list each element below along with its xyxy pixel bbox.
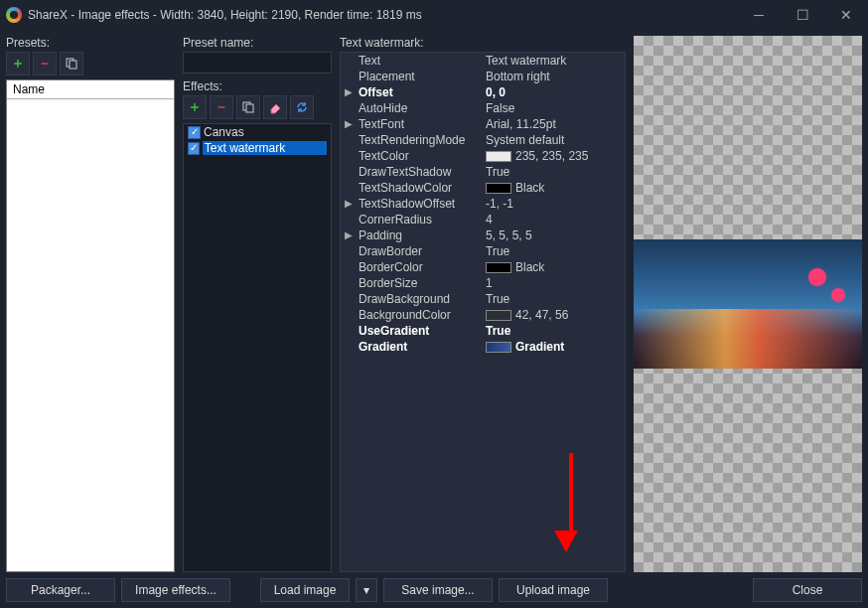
effects-toolbar: ＋ － <box>183 95 332 119</box>
property-row[interactable]: TextText watermark <box>341 53 625 69</box>
expand-icon[interactable]: ▶ <box>341 196 357 212</box>
save-image-button[interactable]: Save image... <box>383 578 493 602</box>
minimize-button[interactable]: ─ <box>737 0 781 30</box>
preview-area <box>634 36 862 572</box>
refresh-effects-button[interactable] <box>290 95 314 119</box>
effect-item[interactable]: ✓Text watermark <box>184 140 331 156</box>
add-effect-button[interactable]: ＋ <box>183 95 207 119</box>
preset-name-input[interactable] <box>183 52 332 74</box>
property-row[interactable]: ▶TextFontArial, 11.25pt <box>341 116 625 132</box>
property-value[interactable]: -1, -1 <box>486 196 625 212</box>
property-row[interactable]: ▶Offset0, 0 <box>341 84 625 100</box>
presets-label: Presets: <box>6 36 175 50</box>
load-image-dropdown[interactable]: ▾ <box>356 578 377 602</box>
presets-list[interactable]: Name <box>6 79 175 572</box>
remove-preset-button[interactable]: － <box>33 52 57 76</box>
property-row[interactable]: DrawBorderTrue <box>341 243 625 259</box>
maximize-button[interactable]: ☐ <box>781 0 824 30</box>
property-name: Gradient <box>357 339 486 355</box>
property-value[interactable]: Black <box>486 180 625 196</box>
property-value[interactable]: False <box>486 100 625 116</box>
content-area: Presets: ＋ － Name Preset name: Effects: … <box>0 30 868 572</box>
effect-label: Text watermark <box>203 141 327 155</box>
expand-icon[interactable]: ▶ <box>341 84 357 100</box>
effects-panel: Preset name: Effects: ＋ － ✓Canvas✓Text w… <box>183 36 332 572</box>
property-value[interactable]: System default <box>486 132 625 148</box>
property-value[interactable]: True <box>486 243 625 259</box>
property-name: BackgroundColor <box>357 307 486 323</box>
property-row[interactable]: TextRenderingModeSystem default <box>341 132 625 148</box>
duplicate-preset-button[interactable] <box>60 52 83 76</box>
property-row[interactable]: ▶Padding5, 5, 5, 5 <box>341 228 625 243</box>
preview-image <box>634 239 862 369</box>
app-logo-icon <box>6 7 22 23</box>
eraser-icon <box>268 100 282 114</box>
property-value[interactable]: Bottom right <box>486 69 625 84</box>
add-preset-button[interactable]: ＋ <box>6 52 30 76</box>
property-value[interactable]: Arial, 11.25pt <box>486 116 625 132</box>
property-name: TextFont <box>357 116 486 132</box>
remove-effect-button[interactable]: － <box>210 95 233 119</box>
property-row[interactable]: TextShadowColorBlack <box>341 180 625 196</box>
image-effects-button[interactable]: Image effects... <box>121 578 230 602</box>
copy-icon <box>241 100 255 114</box>
property-row[interactable]: TextColor235, 235, 235 <box>341 148 625 164</box>
property-grid[interactable]: TextText watermarkPlacementBottom right▶… <box>340 52 626 572</box>
property-value[interactable]: 5, 5, 5, 5 <box>486 228 625 243</box>
duplicate-effect-button[interactable] <box>236 95 260 119</box>
svg-rect-3 <box>246 104 253 112</box>
property-name: Text <box>357 53 486 69</box>
preview-panel <box>634 36 862 572</box>
load-image-button[interactable]: Load image <box>260 578 350 602</box>
property-row[interactable]: PlacementBottom right <box>341 69 625 84</box>
color-swatch-icon <box>486 342 511 353</box>
effect-item[interactable]: ✓Canvas <box>184 124 331 140</box>
property-value[interactable]: True <box>486 164 625 180</box>
property-value[interactable]: 1 <box>486 275 625 291</box>
svg-marker-4 <box>271 104 280 113</box>
property-row[interactable]: UseGradientTrue <box>341 323 625 339</box>
property-row[interactable]: DrawTextShadowTrue <box>341 164 625 180</box>
property-row[interactable]: CornerRadius4 <box>341 212 625 228</box>
expand-icon[interactable]: ▶ <box>341 228 357 243</box>
property-name: TextShadowOffset <box>357 196 486 212</box>
property-name: CornerRadius <box>357 212 486 228</box>
close-window-button[interactable]: ✕ <box>824 0 868 30</box>
property-value[interactable]: True <box>486 291 625 307</box>
property-row[interactable]: GradientGradient <box>341 339 625 355</box>
property-name: UseGradient <box>357 323 486 339</box>
packager-button[interactable]: Packager... <box>6 578 115 602</box>
property-value[interactable]: Text watermark <box>486 53 625 69</box>
property-row[interactable]: DrawBackgroundTrue <box>341 291 625 307</box>
window: ShareX - Image effects - Width: 3840, He… <box>0 0 868 608</box>
property-row[interactable]: BorderSize1 <box>341 275 625 291</box>
effects-list[interactable]: ✓Canvas✓Text watermark <box>183 123 332 572</box>
presets-panel: Presets: ＋ － Name <box>6 36 175 572</box>
upload-image-button[interactable]: Upload image <box>499 578 608 602</box>
property-value[interactable]: 42, 47, 56 <box>486 307 625 323</box>
property-name: DrawTextShadow <box>357 164 486 180</box>
checkbox-icon[interactable]: ✓ <box>188 126 201 139</box>
property-value[interactable]: Black <box>486 259 625 275</box>
effect-label: Canvas <box>204 125 244 139</box>
property-name: Placement <box>357 69 486 84</box>
property-value[interactable]: 0, 0 <box>486 84 625 100</box>
preset-name-label: Preset name: <box>183 36 332 50</box>
copy-icon <box>65 57 78 71</box>
property-name: Padding <box>357 228 486 243</box>
property-row[interactable]: BorderColorBlack <box>341 259 625 275</box>
clear-effects-button[interactable] <box>263 95 287 119</box>
property-value[interactable]: Gradient <box>486 339 625 355</box>
close-button[interactable]: Close <box>753 578 862 602</box>
property-name: Offset <box>357 84 486 100</box>
property-value[interactable]: 4 <box>486 212 625 228</box>
property-row[interactable]: ▶TextShadowOffset-1, -1 <box>341 196 625 212</box>
property-value[interactable]: 235, 235, 235 <box>486 148 625 164</box>
property-row[interactable]: AutoHideFalse <box>341 100 625 116</box>
property-row[interactable]: BackgroundColor42, 47, 56 <box>341 307 625 323</box>
checkbox-icon[interactable]: ✓ <box>188 142 200 155</box>
expand-icon[interactable]: ▶ <box>341 116 357 132</box>
svg-rect-1 <box>70 61 76 69</box>
color-swatch-icon <box>486 310 511 321</box>
property-value[interactable]: True <box>486 323 625 339</box>
